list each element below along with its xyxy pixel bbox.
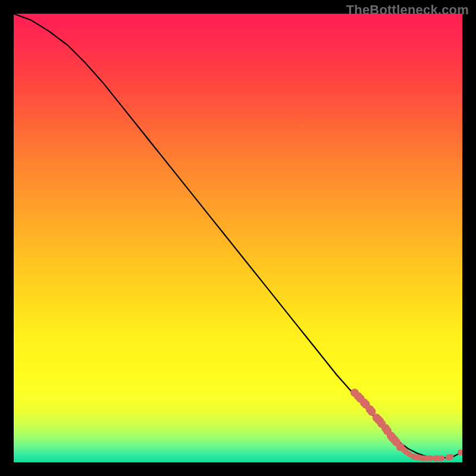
highlight-dot xyxy=(447,454,453,460)
watermark-text: TheBottleneck.com xyxy=(346,2,469,18)
highlight-dot xyxy=(439,455,444,461)
bottleneck-curve xyxy=(14,14,462,458)
highlight-dots xyxy=(350,389,462,461)
chart-frame: TheBottleneck.com xyxy=(0,0,476,476)
chart-overlay-svg xyxy=(14,14,462,462)
